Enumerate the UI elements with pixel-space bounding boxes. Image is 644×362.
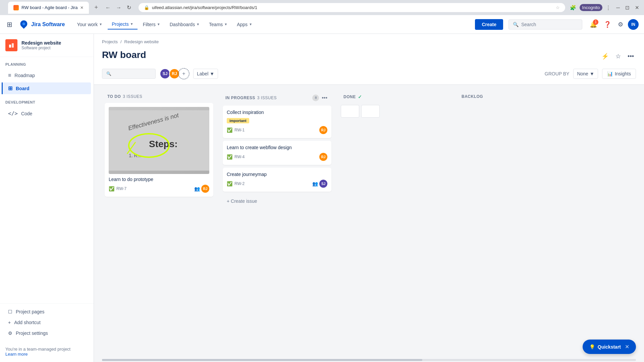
sidebar-item-add-shortcut[interactable]: + Add shortcut (3, 317, 91, 328)
insights-button[interactable]: 📊 Insights (602, 69, 636, 79)
add-shortcut-label: Add shortcut (14, 320, 41, 325)
search-icon: 🔍 (106, 71, 111, 76)
sidebar-item-code[interactable]: </> Code (3, 108, 91, 119)
lock-icon: 🔒 (144, 5, 149, 10)
browser-forward-btn[interactable]: → (114, 3, 123, 12)
sidebar-footer: ☐ Project pages + Add shortcut ⚙ Project… (0, 303, 94, 341)
card-image: Effectiveness is not Steps: 1. R... (109, 107, 209, 174)
nav-filters[interactable]: Filters ▼ (139, 20, 164, 29)
star-icon-btn[interactable]: ☆ (613, 51, 623, 62)
checkbox-icon: ✅ (227, 181, 232, 186)
sidebar-roadmap-label: Roadmap (14, 73, 35, 78)
jira-logo-icon (19, 20, 29, 29)
url-text: uifeed.atlassian.net/jira/software/proje… (152, 5, 553, 10)
nav-your-work[interactable]: Your work ▼ (73, 20, 106, 29)
project-pages-label: Project pages (16, 309, 45, 314)
project-type: Software project (21, 46, 61, 50)
horizontal-scrollbar[interactable] (94, 358, 644, 362)
app-switcher-btn[interactable]: ⊞ (5, 19, 14, 30)
card-id-row: ✅ RW-7 (109, 186, 126, 191)
header-icons: 🔔 1 ❓ ⚙ IN (588, 19, 639, 30)
lightning-icon-btn[interactable]: ⚡ (599, 51, 611, 62)
sidebar-item-board[interactable]: ⊞ Board (2, 82, 91, 94)
tab-title: RW board - Agile board - Jira (21, 5, 77, 10)
card-rw2[interactable]: Create journeymap ✅ RW-2 👥 SJ (223, 168, 331, 192)
sidebar-item-project-pages[interactable]: ☐ Project pages (3, 306, 91, 317)
address-bar[interactable]: 🔒 uifeed.atlassian.net/jira/software/pro… (139, 3, 565, 12)
team-icon: 👥 (194, 186, 200, 191)
card-rw1-footer: ✅ RW-1 RJ (227, 126, 327, 134)
help-button[interactable]: ❓ (602, 19, 613, 30)
card-rw1[interactable]: Collect inspiration important ✅ RW-1 RJ (223, 106, 331, 138)
window-close-btn[interactable]: ✕ (633, 3, 641, 12)
label-filter-btn[interactable]: Label ▼ (193, 69, 218, 79)
team-icon: 👥 (312, 181, 318, 186)
more-options-btn[interactable]: ••• (626, 51, 636, 62)
done-mini-card-2[interactable] (361, 105, 380, 118)
browser-chrome: RW board - Agile board - Jira ✕ + ← → ↻ … (0, 0, 644, 15)
search-icon: 🔍 (513, 22, 519, 27)
page-title-row: RW board ⚡ ☆ ••• (102, 47, 636, 66)
chevron-down-icon: ▼ (99, 22, 102, 26)
card-rw7-footer: ✅ RW-7 👥 RJ (109, 185, 209, 193)
assignee-avatar-rj: RJ (319, 153, 327, 161)
board-toolbar-right: GROUP BY None ▼ 📊 Insights (545, 69, 636, 79)
new-tab-button[interactable]: + (92, 3, 101, 12)
quickstart-close-btn[interactable]: ✕ (625, 344, 629, 350)
sidebar-item-roadmap[interactable]: ≡ Roadmap (3, 70, 91, 81)
browser-tab[interactable]: RW board - Agile board - Jira ✕ (8, 2, 89, 14)
board-search-input[interactable] (113, 71, 151, 76)
project-pages-icon: ☐ (8, 309, 12, 314)
breadcrumb-separator: / (120, 39, 122, 44)
column-backlog-title: BACKLOG (462, 94, 483, 99)
nav-projects[interactable]: Projects ▼ (108, 19, 137, 29)
user-avatar[interactable]: IN (628, 19, 639, 30)
window-maximize-btn[interactable]: ⊡ (623, 3, 632, 12)
incognito-btn[interactable]: Incognito (580, 4, 603, 11)
create-issue-btn[interactable]: + Create issue (223, 196, 331, 206)
browser-menu-btn[interactable]: ⋮ (604, 3, 613, 12)
breadcrumb-projects[interactable]: Projects (102, 39, 118, 44)
card-rw7[interactable]: Effectiveness is not Steps: 1. R... Lear… (105, 103, 213, 197)
planning-label: PLANNING (0, 57, 94, 69)
search-box[interactable]: 🔍 Search (508, 19, 582, 29)
browser-refresh-btn[interactable]: ↻ (125, 3, 133, 12)
browser-back-btn[interactable]: ← (103, 3, 113, 12)
nav-apps[interactable]: Apps ▼ (233, 20, 256, 29)
card-rw4-title: Learn to create webflow design (227, 145, 327, 150)
group-by-select[interactable]: None ▼ (573, 69, 598, 79)
create-button[interactable]: Create (475, 19, 503, 30)
quickstart-button[interactable]: 💡 Quickstart ✕ (583, 340, 636, 354)
group-by-label: GROUP BY (545, 71, 570, 76)
scrollbar-thumb[interactable] (102, 359, 422, 361)
column-done: DONE ✓ (338, 90, 452, 130)
done-mini-card-1[interactable] (341, 105, 359, 118)
settings-button[interactable]: ⚙ (616, 19, 625, 30)
extensions-btn[interactable]: 🧩 (568, 3, 578, 12)
bookmark-icon[interactable]: ☆ (556, 5, 560, 10)
nav-teams[interactable]: Teams ▼ (205, 20, 231, 29)
breadcrumb-project-name[interactable]: Redesign website (124, 39, 159, 44)
board-search[interactable]: 🔍 (102, 69, 156, 79)
board-toolbar: 🔍 SJ RJ + Label ▼ GROUP BY None ▼ 📊 (94, 66, 644, 85)
sidebar-item-project-settings[interactable]: ⚙ Project settings (3, 328, 91, 339)
tab-close-btn[interactable]: ✕ (80, 5, 84, 10)
column-menu-btn[interactable]: ••• (320, 94, 329, 102)
window-minimize-btn[interactable]: ─ (614, 3, 622, 12)
check-icon: ✓ (358, 94, 362, 100)
nav-dashboards[interactable]: Dashboards ▼ (166, 20, 204, 29)
sidebar-project[interactable]: Redesign website Software project (0, 34, 94, 57)
code-icon: </> (8, 110, 18, 117)
notifications-button[interactable]: 🔔 1 (588, 19, 599, 30)
search-placeholder: Search (521, 22, 536, 27)
assignee-avatar-rj: RJ (319, 126, 327, 134)
app-logo[interactable]: Jira Software (19, 20, 65, 29)
chevron-down-icon: ▼ (210, 71, 214, 76)
card-id-row: ✅ RW-1 (227, 127, 245, 133)
learn-more-link[interactable]: Learn more (5, 352, 28, 357)
add-member-btn[interactable]: + (178, 68, 189, 79)
card-rw4[interactable]: Learn to create webflow design ✅ RW-4 RJ (223, 141, 331, 165)
card-rw1-tag: important (227, 118, 249, 123)
jira-favicon (13, 5, 19, 10)
sidebar-code-label: Code (21, 111, 32, 116)
